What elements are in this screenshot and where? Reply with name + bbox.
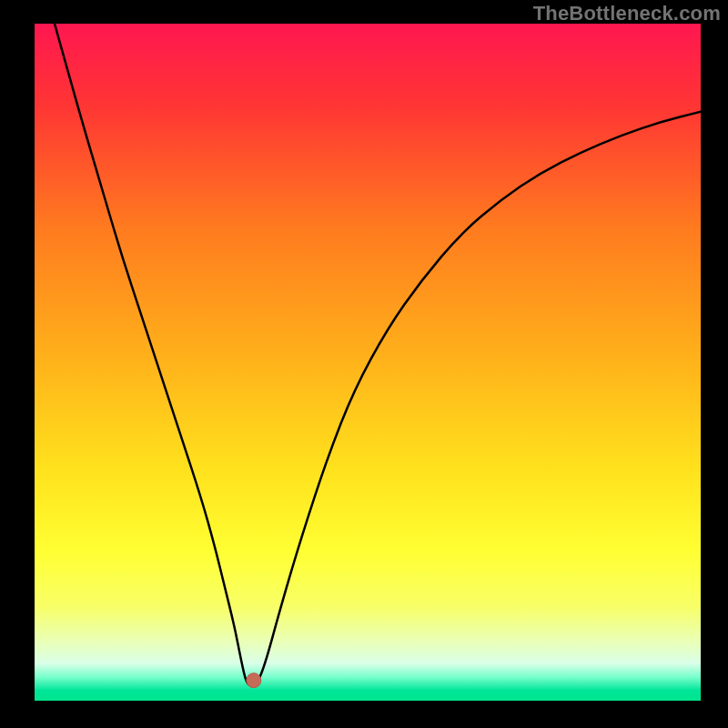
plot-area [35, 24, 701, 701]
optimum-marker [247, 673, 261, 688]
chart-svg [35, 24, 701, 701]
watermark-text: TheBottleneck.com [533, 2, 721, 25]
chart-frame: TheBottleneck.com [0, 0, 728, 728]
gradient-background [35, 24, 701, 701]
